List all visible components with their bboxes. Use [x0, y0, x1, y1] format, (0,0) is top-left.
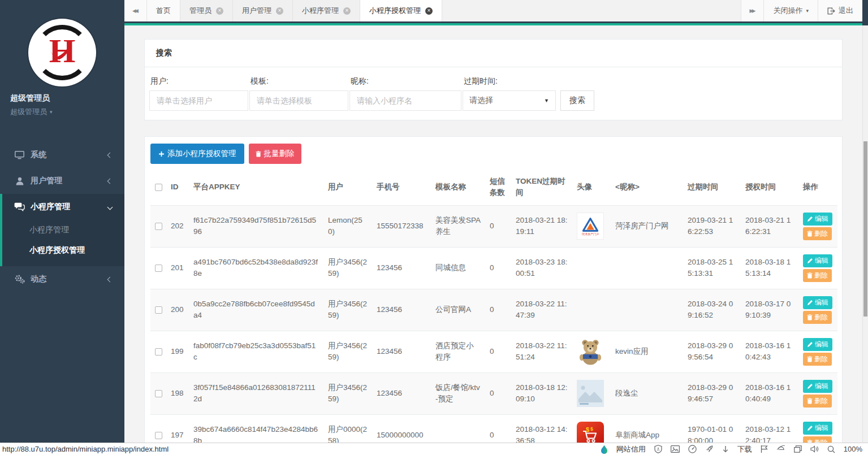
row-checkbox[interactable] [155, 223, 162, 230]
cell-phone: 123456 [372, 289, 431, 331]
download-label[interactable]: 下载 [737, 444, 752, 454]
zoom-search-icon[interactable] [827, 445, 835, 453]
tab-close-icon[interactable]: × [425, 7, 433, 15]
sidebar-item-label: 动态 [31, 274, 108, 284]
select-all-checkbox[interactable] [155, 184, 162, 191]
sidebar-item-1[interactable]: 用户管理 [0, 168, 124, 194]
cell-id: 197 [166, 414, 189, 443]
row-checkbox[interactable] [155, 306, 162, 314]
delete-button[interactable]: 删除 [803, 395, 832, 408]
column-header: ID [166, 171, 189, 205]
table-row: 201a491bc7607bd6c52b438e8da8d923f8e用户345… [150, 247, 837, 289]
column-header: 用户 [323, 171, 372, 205]
ie-compat-icon[interactable] [776, 445, 785, 453]
pencil-icon [807, 341, 813, 348]
tab-close-icon[interactable]: × [343, 7, 351, 15]
cell-nickname: 菏泽房产门户网 [611, 205, 683, 247]
edit-label: 编辑 [815, 423, 828, 433]
cell-id: 202 [166, 205, 189, 247]
template-input[interactable] [249, 90, 348, 111]
cell-user: 用户3456(259) [323, 331, 372, 372]
close-operations-dropdown[interactable]: 关闭操作 ▾ [763, 0, 818, 21]
vertical-scrollbar[interactable] [862, 25, 868, 443]
expire-time-select[interactable]: 请选择 ▼ [463, 90, 556, 111]
cell-nickname [611, 247, 683, 289]
rocket-icon[interactable] [705, 445, 714, 453]
site-credit-label[interactable]: 网站信用 [616, 444, 646, 454]
cell-expire-time: 2018-03-25 15:13:31 [683, 247, 741, 289]
tabs-scroll-left-button[interactable]: ◀◀ [124, 0, 147, 21]
speed-gauge-icon[interactable] [688, 445, 697, 453]
cell-template-name: 饭店/餐馆/ktv-预定 [431, 372, 485, 414]
sidebar-item-2[interactable]: 小程序管理 [2, 194, 124, 220]
row-checkbox[interactable] [155, 390, 162, 397]
scrollbar-thumb[interactable] [863, 141, 867, 317]
edit-button[interactable]: 编辑 [803, 380, 832, 393]
table-row: 199fab0f08f7cb79eb25c3a3d0553baf51c用户345… [150, 331, 837, 372]
tab-0[interactable]: 首页 [147, 0, 180, 21]
edit-label: 编辑 [815, 340, 828, 349]
pencil-icon [807, 425, 813, 431]
cell-actions: 编辑删除 [798, 372, 837, 414]
row-checkbox[interactable] [155, 348, 162, 356]
sidebar-subitem-2-0[interactable]: 小程序管理 [2, 220, 124, 240]
tab-1[interactable]: 管理员× [180, 0, 233, 21]
delete-button[interactable]: 删除 [803, 311, 832, 324]
batch-delete-button[interactable]: 批量删除 [249, 144, 301, 164]
row-checkbox[interactable] [155, 432, 162, 439]
edit-button[interactable]: 编辑 [803, 338, 832, 351]
cell-auth-time: 2018-03-16 10:42:43 [741, 331, 798, 372]
speaker-icon[interactable] [810, 445, 819, 453]
shield-icon[interactable] [654, 445, 662, 453]
user-input[interactable] [149, 90, 248, 111]
avatar-heze-logo: 菏泽房产门户 [577, 213, 604, 240]
download-arrow-icon[interactable] [722, 445, 729, 453]
delete-button[interactable]: 删除 [803, 227, 832, 240]
nickname-input[interactable] [349, 90, 461, 111]
cell-auth-time: 2018-03-16 10:40:49 [741, 372, 798, 414]
sidebar-item-0[interactable]: 系统 [0, 142, 124, 168]
cell-nickname [611, 289, 683, 331]
add-authorization-button[interactable]: 添加小程序授权管理 [150, 144, 244, 164]
cell-actions: 编辑删除 [798, 247, 837, 289]
water-drop-icon[interactable] [601, 445, 608, 454]
delete-button[interactable]: 删除 [803, 436, 832, 443]
tab-4[interactable]: 小程序授权管理× [360, 0, 442, 21]
cell-user: 用户3456(259) [323, 372, 372, 414]
row-checkbox-cell [150, 372, 166, 414]
search-button[interactable]: 搜索 [560, 90, 594, 111]
image-mode-icon[interactable] [671, 445, 680, 453]
add-authorization-label: 添加小程序授权管理 [167, 149, 236, 159]
window-mode-icon[interactable] [794, 445, 802, 453]
sidebar-subitem-2-1[interactable]: 小程序授权管理 [2, 240, 124, 261]
flag-icon[interactable] [761, 445, 768, 453]
logout-button[interactable]: 退出 [818, 0, 862, 21]
sidebar-item-3[interactable]: 动态 [0, 266, 124, 292]
pencil-icon [807, 216, 813, 222]
edit-button[interactable]: 编辑 [803, 422, 832, 435]
zoom-level[interactable]: 100% [844, 445, 862, 453]
pencil-icon [807, 258, 813, 264]
tab-close-icon[interactable]: × [216, 7, 223, 15]
expire-time-field-label: 过期时间: [464, 76, 556, 86]
main-content: 搜索 用户: 模板: 昵称: 过期时间: 请选择 ▼ 搜索 [124, 25, 862, 443]
delete-button[interactable]: 删除 [803, 353, 832, 366]
row-checkbox[interactable] [155, 265, 162, 272]
logo-ring: H [34, 25, 90, 80]
admin-role-dropdown[interactable]: 超级管理员 ▾ [10, 107, 124, 117]
tab-2[interactable]: 用户管理× [233, 0, 293, 21]
tabs-scroll-right-button[interactable]: ▶▶ [741, 0, 763, 21]
cell-sms-count: 0 [485, 247, 511, 289]
edit-button[interactable]: 编辑 [803, 254, 832, 267]
tab-3[interactable]: 小程序管理× [293, 0, 360, 21]
edit-button[interactable]: 编辑 [803, 296, 832, 309]
browser-status-bar: http://88.u7u.top/admin/miniapp.miniapp/… [0, 443, 868, 455]
tab-close-icon[interactable]: × [276, 7, 283, 15]
tab-label: 小程序管理 [302, 6, 339, 16]
edit-button[interactable]: 编辑 [803, 213, 832, 226]
delete-button[interactable]: 删除 [803, 269, 832, 282]
column-header: 授权时间 [741, 171, 798, 205]
cell-actions: 编辑删除 [798, 414, 837, 443]
select-arrow-icon: ▼ [544, 98, 549, 103]
delete-label: 删除 [814, 438, 828, 443]
